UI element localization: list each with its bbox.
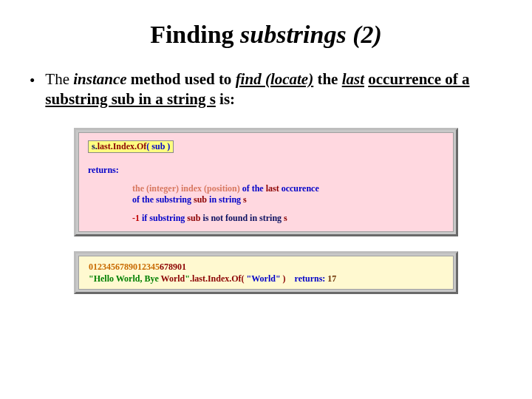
frag: occurence: [279, 183, 319, 194]
bullet-frag-last: last: [342, 70, 364, 88]
returns-label: returns:: [88, 165, 444, 176]
example-call-line: "Hello World, Bye World".last.Index.Of( …: [86, 273, 446, 284]
ex-returns-label: returns:: [295, 273, 328, 284]
spacer: [132, 205, 444, 213]
ex-str-c: ": [185, 273, 190, 284]
returns-line-1: the (integer) index (position) of the la…: [132, 183, 444, 194]
frag-last: last: [266, 183, 279, 194]
idx-match: 678901: [160, 262, 186, 272]
frag-sub: sub: [187, 213, 200, 223]
bullet-frag-find: find (locate): [236, 70, 314, 88]
bullet-frag: method used to: [127, 70, 236, 88]
sig-receiver: s.: [92, 141, 98, 151]
slide: Finding substrings (2) • The instance me…: [0, 0, 532, 294]
slide-title: Finding substrings (2): [22, 21, 510, 49]
bullet-item: • The instance method used to find (loca…: [22, 69, 510, 110]
frag-s: s: [284, 213, 287, 223]
ex-str-b: World: [161, 273, 185, 284]
ex-str-a: "Hello World, Bye: [89, 273, 161, 284]
panel-main: s.last.Index.Of( sub ) returns: the (int…: [74, 128, 458, 236]
panel-example: 0123456789012345678901 "Hello World, Bye…: [74, 251, 458, 294]
bullet-frag: is:: [216, 90, 235, 108]
sig-method: last.Index.Of: [98, 141, 147, 151]
ex-paren: ): [281, 273, 286, 284]
bullet-text: The instance method used to find (locate…: [45, 69, 510, 110]
frag-sub: sub: [194, 194, 207, 205]
frag-minus1: -1: [132, 213, 140, 223]
idx-before: 0123456789012345: [89, 262, 160, 272]
returns-line-3: -1 if substring sub is not found in stri…: [132, 213, 444, 224]
bullet-frag-instance: instance: [73, 70, 126, 88]
frag: of the substring: [132, 194, 194, 205]
sig-param: ( sub ): [146, 141, 170, 151]
frag: is not found in string: [200, 213, 284, 223]
example-index-line: 0123456789012345678901: [86, 261, 446, 273]
frag: of the: [240, 183, 266, 194]
bullet-marker: •: [30, 71, 35, 91]
ex-returns-value: 17: [327, 273, 336, 284]
returns-body: the (integer) index (position) of the la…: [88, 183, 444, 224]
panel-main-inner: s.last.Index.Of( sub ) returns: the (int…: [78, 132, 454, 232]
title-emph: substrings (2): [240, 21, 382, 48]
ex-arg: "World": [247, 273, 281, 284]
returns-line-2: of the substring sub in string s: [132, 194, 444, 205]
frag: if substring: [140, 213, 187, 223]
frag-s: s: [243, 194, 247, 205]
bullet-frag: the: [313, 70, 342, 88]
frag: in string: [207, 194, 243, 205]
method-signature: s.last.Index.Of( sub ): [88, 140, 174, 153]
panel-example-inner: 0123456789012345678901 "Hello World, Bye…: [78, 256, 454, 290]
ex-method: .last.Index.Of(: [190, 273, 247, 284]
frag-index: the (integer) index (position): [132, 183, 240, 194]
bullet-frag: The: [45, 70, 73, 88]
title-plain: Finding: [150, 21, 240, 48]
